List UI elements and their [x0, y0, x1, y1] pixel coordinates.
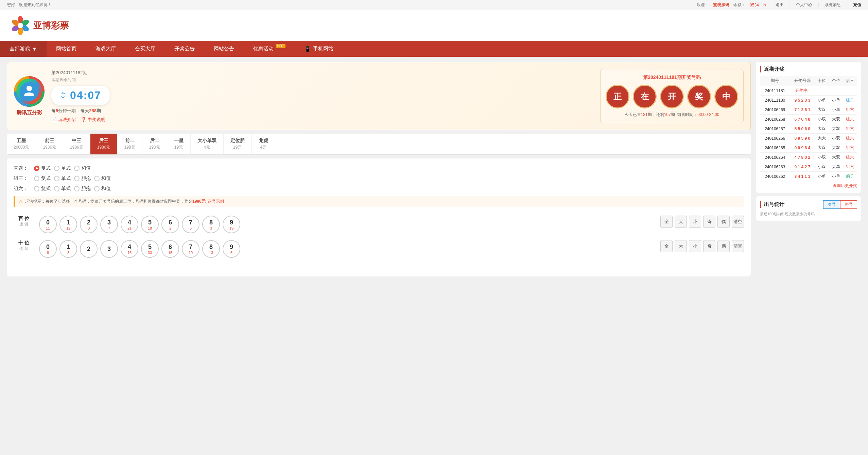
- num-t-2[interactable]: 2: [80, 240, 98, 258]
- col-ones: 个位: [829, 76, 843, 86]
- nav-promotions[interactable]: 优惠活动 HOT: [244, 41, 295, 57]
- zuoliu-hezhi[interactable]: 和值: [94, 186, 111, 192]
- play-intro-link[interactable]: 📄 玩法介绍: [51, 117, 76, 123]
- num-h-1[interactable]: 112: [59, 216, 77, 233]
- zuoliu-danshi[interactable]: 单式: [54, 186, 71, 192]
- zhixuan-danshi[interactable]: 单式: [54, 165, 71, 171]
- game-tabs: 五星 20000元 前三 1986元 中三 1986元 后三 1986元 前二: [7, 134, 751, 155]
- stats-header: 出号统计 冷号 热号: [760, 200, 857, 209]
- number-section: 百 位 遗 漏 011 112 20: [14, 210, 744, 270]
- num-t-3[interactable]: 3: [100, 240, 118, 258]
- tens-quick-btns: 全 大 小 奇 偶 清空: [660, 240, 744, 252]
- zuosan-hezhi[interactable]: 和值: [94, 175, 111, 182]
- logout-btn[interactable]: 退出: [776, 2, 784, 8]
- minutes: 5: [56, 108, 58, 113]
- zuoliu-dantuo[interactable]: 胆拖: [74, 186, 91, 192]
- tab-daxiao[interactable]: 大小单双 4元: [191, 134, 224, 154]
- nav-notice[interactable]: 网站公告: [204, 41, 244, 57]
- num-t-8[interactable]: 813: [202, 240, 220, 258]
- table-row: 240106263 9 1 4 2 7 小双 大单 组六: [760, 162, 857, 172]
- schedule-info: 每5分钟一期，每天288期: [51, 108, 593, 114]
- query-history-link[interactable]: 查询历史开奖: [760, 183, 857, 189]
- num-t-6[interactable]: 615: [161, 240, 179, 258]
- draws-table: 期号 开奖号码 十位 个位 后三 240111181 开奖中.. -- -- -…: [760, 76, 857, 181]
- recent-draws-title: 近期开奖: [760, 66, 857, 72]
- tab-qianer[interactable]: 前二 198元: [117, 134, 142, 154]
- nav-game-hall[interactable]: 游戏大厅: [86, 41, 125, 57]
- tab-wuxing[interactable]: 五星 20000元: [7, 134, 36, 154]
- btn-big-h[interactable]: 大: [675, 216, 687, 228]
- countdown-time: 04:07: [70, 89, 101, 102]
- num-t-4[interactable]: 416: [121, 240, 138, 258]
- table-row: 240106266 0 9 5 9 0 大大 小双 组六: [760, 134, 857, 143]
- num-h-8[interactable]: 83: [202, 216, 220, 233]
- table-row: 240106262 3 4 1 1 1 小单 小单 豹子: [760, 172, 857, 181]
- num-h-2[interactable]: 20: [80, 216, 98, 233]
- zuoliu-fushi[interactable]: 复式: [34, 186, 51, 192]
- num-h-4[interactable]: 421: [121, 216, 138, 233]
- col-last3: 后三: [843, 76, 857, 86]
- nav-all-games[interactable]: 全部游戏 ▼: [0, 41, 47, 57]
- profile-link[interactable]: 个人中心: [796, 2, 812, 8]
- recent-draws: 近期开奖 期号 开奖号码 十位 个位 后三 240111181 开奖中..: [756, 62, 861, 193]
- winning-ball-2: 开: [660, 85, 684, 108]
- btn-even-t[interactable]: 偶: [717, 240, 730, 252]
- messages-link[interactable]: 系统消息: [824, 2, 841, 8]
- num-h-5[interactable]: 518: [141, 216, 159, 233]
- btn-all-t[interactable]: 全: [660, 240, 673, 252]
- tab-houer[interactable]: 后二 198元: [142, 134, 167, 154]
- btn-small-t[interactable]: 小: [689, 240, 701, 252]
- tab-yixing[interactable]: 一星 19元: [167, 134, 191, 154]
- btn-odd-h[interactable]: 奇: [703, 216, 715, 228]
- num-h-0[interactable]: 011: [39, 216, 57, 233]
- recharge-link[interactable]: 充值: [853, 2, 861, 8]
- btn-big-t[interactable]: 大: [675, 240, 687, 252]
- btn-all-h[interactable]: 全: [660, 216, 673, 228]
- btn-small-h[interactable]: 小: [689, 216, 701, 228]
- tab-zhongsan[interactable]: 中三 1986元: [63, 134, 90, 154]
- zuosan-row: 组三： 复式 单式 胆拖 和: [14, 175, 744, 182]
- top-bar: 您好，欢迎来到亿鼎博！ 欢迎： 蜜桃源码 余额： 9534 ↻ | 退出 ｜ 个…: [0, 0, 868, 10]
- prize-explain-link[interactable]: ❓ 中奖说明: [81, 117, 105, 123]
- zuosan-fushi[interactable]: 复式: [34, 175, 51, 182]
- zhixuan-label: 直选：: [14, 165, 29, 171]
- svg-point-9: [27, 86, 32, 91]
- num-t-1[interactable]: 13: [59, 240, 77, 258]
- tab-housan[interactable]: 后三 1986元: [90, 134, 118, 154]
- num-h-9[interactable]: 919: [223, 216, 240, 233]
- nav-announcement[interactable]: 开奖公告: [165, 41, 204, 57]
- tabs-row: 五星 20000元 前三 1986元 中三 1986元 后三 1986元 前二: [7, 134, 751, 155]
- num-t-7[interactable]: 710: [182, 240, 199, 258]
- zhixuan-options: 复式 单式 和值: [34, 165, 91, 171]
- table-row: 240106267 5 5 0 6 8 大双 大双 组六: [760, 124, 857, 134]
- zuosan-dantuo[interactable]: 胆拖: [74, 175, 91, 182]
- example-link[interactable]: 选号示例: [208, 199, 224, 204]
- table-row: 240106264 4 7 8 0 2 小双 大双 组六: [760, 153, 857, 162]
- btn-clear-h[interactable]: 清空: [732, 216, 744, 228]
- num-h-6[interactable]: 62: [161, 216, 179, 233]
- zhixuan-hezhi[interactable]: 和值: [74, 165, 91, 171]
- zuosan-danshi[interactable]: 单式: [54, 175, 71, 182]
- num-t-9[interactable]: 95: [223, 240, 240, 258]
- tab-qiansan[interactable]: 前三 1986元: [36, 134, 63, 154]
- num-t-5[interactable]: 533: [141, 240, 159, 258]
- refresh-icon[interactable]: ↻: [763, 3, 766, 7]
- nav-group-buy[interactable]: 合买大厅: [125, 41, 165, 57]
- tab-longhu[interactable]: 龙虎 4元: [252, 134, 275, 154]
- tab-dingweidan[interactable]: 定位胆 19元: [224, 134, 252, 154]
- nav-home[interactable]: 网站首页: [47, 41, 86, 57]
- draws-body: 240111181 开奖中.. -- -- -- 240111180 9 5 2…: [760, 86, 857, 181]
- num-t-0[interactable]: 08: [39, 240, 57, 258]
- hot-tab[interactable]: 热号: [840, 200, 857, 209]
- cold-tab[interactable]: 冷号: [823, 200, 840, 209]
- btn-even-h[interactable]: 偶: [717, 216, 730, 228]
- zhixuan-fushi[interactable]: 复式: [34, 165, 51, 171]
- logo-icon: [10, 15, 31, 36]
- btn-clear-t[interactable]: 清空: [732, 240, 744, 252]
- nav-mobile[interactable]: 📱 手机网站: [295, 41, 343, 57]
- btn-odd-t[interactable]: 奇: [703, 240, 715, 252]
- sold-periods: 181: [641, 112, 648, 117]
- num-h-3[interactable]: 37: [100, 216, 118, 233]
- num-h-7[interactable]: 75: [182, 216, 199, 233]
- col-numbers: 开奖号码: [790, 76, 815, 86]
